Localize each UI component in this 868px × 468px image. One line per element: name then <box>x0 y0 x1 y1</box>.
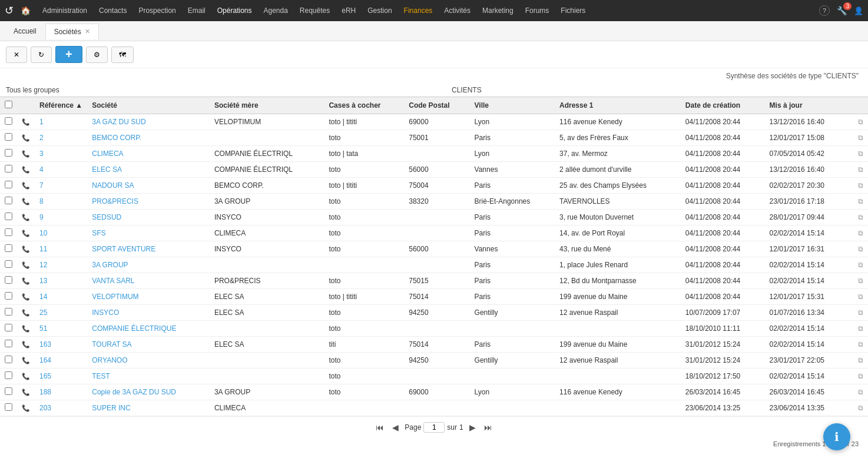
row-societe-link[interactable]: ORYANOO <box>92 356 127 364</box>
row-societe-link[interactable]: TEST <box>92 372 110 380</box>
row-checkbox-cell[interactable] <box>0 273 17 289</box>
user-icon[interactable]: 👤 <box>854 6 863 15</box>
col-check[interactable] <box>0 97 17 114</box>
row-copy-cell[interactable]: ⧉ <box>849 353 868 369</box>
row-copy-cell[interactable]: ⧉ <box>849 273 868 289</box>
row-checkbox-cell[interactable] <box>0 353 17 369</box>
row-societe-link[interactable]: VELOPTIMUM <box>92 293 138 301</box>
row-societe-link[interactable]: 3A GAZ DU SUD <box>92 118 145 126</box>
nav-item-activites[interactable]: Activités <box>439 4 475 17</box>
row-ref-link[interactable]: 164 <box>39 356 51 364</box>
nav-item-email[interactable]: Email <box>183 4 210 17</box>
row-societe-link[interactable]: ELEC SA <box>92 165 122 174</box>
nav-item-agenda[interactable]: Agenda <box>259 4 292 17</box>
row-phone-cell[interactable]: 📞 <box>17 369 35 384</box>
copy-icon[interactable]: ⧉ <box>858 404 863 412</box>
row-phone-cell[interactable]: 📞 <box>17 114 35 130</box>
copy-icon[interactable]: ⧉ <box>858 165 863 174</box>
row-checkbox[interactable] <box>5 260 12 268</box>
settings-button[interactable]: ⚙ <box>86 47 108 63</box>
row-phone-cell[interactable]: 📞 <box>17 257 35 273</box>
row-ref-link[interactable]: 11 <box>39 245 47 253</box>
row-checkbox-cell[interactable] <box>0 384 17 400</box>
col-societe[interactable]: Société <box>87 97 210 114</box>
row-phone-cell[interactable]: 📞 <box>17 337 35 353</box>
nav-item-operations[interactable]: Opérations <box>213 4 257 17</box>
tab-accueil[interactable]: Accueil <box>5 23 45 39</box>
nav-item-gestion[interactable]: Gestion <box>363 4 396 17</box>
row-phone-cell[interactable]: 📞 <box>17 194 35 210</box>
row-phone-cell[interactable]: 📞 <box>17 162 35 178</box>
row-checkbox-cell[interactable] <box>0 114 17 130</box>
row-checkbox[interactable] <box>5 387 12 395</box>
row-checkbox[interactable] <box>5 213 12 220</box>
row-checkbox-cell[interactable] <box>0 146 17 162</box>
row-societe-link[interactable]: PRO&PRECIS <box>92 197 138 205</box>
copy-icon[interactable]: ⧉ <box>858 134 863 142</box>
row-societe-link[interactable]: VANTA SARL <box>92 277 134 285</box>
row-copy-cell[interactable]: ⧉ <box>849 289 868 305</box>
col-cp[interactable]: Code Postal <box>404 97 469 114</box>
row-ref-link[interactable]: 10 <box>39 229 47 237</box>
nav-item-finances[interactable]: Finances <box>399 4 438 17</box>
row-ref-link[interactable]: 7 <box>39 181 44 190</box>
row-checkbox-cell[interactable] <box>0 369 17 384</box>
col-creation[interactable]: Date de création <box>681 97 765 114</box>
fab-button[interactable]: ℹ <box>823 423 850 450</box>
copy-icon[interactable]: ⧉ <box>858 388 863 396</box>
row-ref-link[interactable]: 8 <box>39 197 44 205</box>
row-societe-link[interactable]: INSYCO <box>92 308 119 317</box>
row-checkbox-cell[interactable] <box>0 210 17 225</box>
row-societe-link[interactable]: SPORT AVENTURE <box>92 245 155 253</box>
row-ref-link[interactable]: 1 <box>39 118 44 126</box>
copy-icon[interactable]: ⧉ <box>858 213 863 221</box>
col-reference[interactable]: Référence ▲ <box>35 97 87 114</box>
page-next-button[interactable]: ▶ <box>467 421 478 433</box>
row-checkbox[interactable] <box>5 403 12 411</box>
row-checkbox-cell[interactable] <box>0 162 17 178</box>
row-checkbox[interactable] <box>5 308 12 316</box>
row-checkbox[interactable] <box>5 276 12 284</box>
row-phone-cell[interactable]: 📞 <box>17 273 35 289</box>
map-button[interactable]: 🗺 <box>111 47 134 63</box>
row-checkbox-cell[interactable] <box>0 305 17 321</box>
tab-societes[interactable]: Sociétés ✕ <box>45 24 99 39</box>
row-copy-cell[interactable]: ⧉ <box>849 130 868 146</box>
row-checkbox-cell[interactable] <box>0 321 17 337</box>
row-copy-cell[interactable]: ⧉ <box>849 321 868 337</box>
row-checkbox[interactable] <box>5 117 12 125</box>
row-copy-cell[interactable]: ⧉ <box>849 225 868 241</box>
copy-icon[interactable]: ⧉ <box>858 340 863 348</box>
clear-button[interactable]: ✕ <box>6 47 27 63</box>
row-ref-link[interactable]: 2 <box>39 134 44 142</box>
row-phone-cell[interactable]: 📞 <box>17 321 35 337</box>
page-prev-button[interactable]: ◀ <box>390 421 401 433</box>
row-checkbox-cell[interactable] <box>0 400 17 416</box>
row-phone-cell[interactable]: 📞 <box>17 289 35 305</box>
row-copy-cell[interactable]: ⧉ <box>849 257 868 273</box>
copy-icon[interactable]: ⧉ <box>858 118 863 126</box>
row-checkbox-cell[interactable] <box>0 194 17 210</box>
select-all-checkbox[interactable] <box>5 101 12 108</box>
nav-item-fichiers[interactable]: Fichiers <box>556 4 590 17</box>
row-ref-link[interactable]: 13 <box>39 277 47 285</box>
row-ref-link[interactable]: 165 <box>39 372 51 380</box>
row-copy-cell[interactable]: ⧉ <box>849 178 868 194</box>
row-checkbox[interactable] <box>5 133 12 141</box>
row-phone-cell[interactable]: 📞 <box>17 400 35 416</box>
row-checkbox[interactable] <box>5 181 12 188</box>
row-checkbox-cell[interactable] <box>0 289 17 305</box>
copy-icon[interactable]: ⧉ <box>858 372 863 380</box>
row-copy-cell[interactable]: ⧉ <box>849 400 868 416</box>
copy-icon[interactable]: ⧉ <box>858 197 863 205</box>
row-phone-cell[interactable]: 📞 <box>17 178 35 194</box>
row-checkbox[interactable] <box>5 324 12 331</box>
row-copy-cell[interactable]: ⧉ <box>849 114 868 130</box>
row-ref-link[interactable]: 51 <box>39 324 47 333</box>
copy-icon[interactable]: ⧉ <box>858 150 863 158</box>
row-checkbox-cell[interactable] <box>0 130 17 146</box>
row-ref-link[interactable]: 203 <box>39 404 51 412</box>
nav-item-forums[interactable]: Forums <box>521 4 554 17</box>
row-copy-cell[interactable]: ⧉ <box>849 241 868 257</box>
nav-item-administration[interactable]: Administration <box>38 4 92 17</box>
